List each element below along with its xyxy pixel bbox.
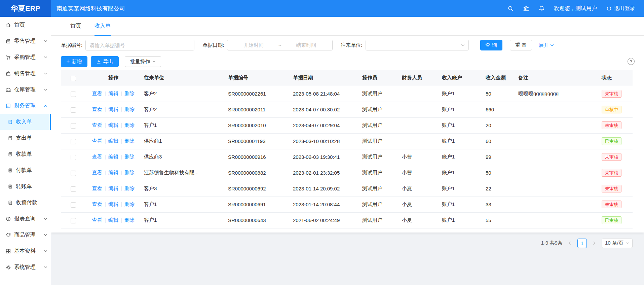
search-button[interactable]: 查 询 — [480, 40, 502, 50]
expand-link[interactable]: 展开 — [539, 42, 554, 48]
main-content: 首页收入单 单据编号: 单据日期: 开始时间 ~ 结束时间 往来单位: 查 询 — [51, 17, 644, 285]
sidebar-item-report[interactable]: 报表查询 — [0, 211, 51, 227]
edit-link[interactable]: 编辑 — [108, 170, 118, 175]
sidebar: 首页零售管理采购管理销售管理仓库管理财务管理收入单支出单收款单付款单转账单收预付… — [0, 17, 51, 285]
sidebar-item-basic[interactable]: 基本资料 — [0, 243, 51, 259]
search-icon[interactable] — [507, 5, 514, 12]
view-link[interactable]: 查看 — [92, 91, 102, 96]
finance-cell: 小夏 — [399, 181, 439, 197]
row-checkbox[interactable] — [71, 92, 76, 97]
edit-link[interactable]: 编辑 — [108, 185, 118, 191]
link-separator: | — [105, 122, 106, 128]
chevron-left-icon — [568, 241, 572, 245]
tab-income[interactable]: 收入单 — [94, 17, 111, 35]
tab-home[interactable]: 首页 — [70, 17, 81, 35]
date-cell: 2023-03-10 00:10:28 — [290, 133, 359, 149]
sidebar-item-warehouse[interactable]: 仓库管理 — [0, 81, 51, 98]
operator-cell: 测试用户 — [359, 149, 399, 165]
help-icon[interactable]: ? — [628, 58, 635, 65]
content-card: 单据编号: 单据日期: 开始时间 ~ 结束时间 往来单位: 查 询 重 置 展 — [51, 36, 644, 233]
sidebar-item-purchase[interactable]: 采购管理 — [0, 49, 51, 65]
delete-link[interactable]: 删除 — [124, 106, 135, 112]
next-page-button[interactable] — [590, 239, 599, 248]
page-1-button[interactable]: 1 — [577, 239, 587, 248]
row-checkbox[interactable] — [71, 218, 76, 223]
sidebar-item-goods[interactable]: 商品管理 — [0, 227, 51, 243]
sidebar-item-payment[interactable]: 付款单 — [0, 162, 51, 178]
edit-link[interactable]: 编辑 — [108, 154, 118, 159]
view-link[interactable]: 查看 — [92, 154, 102, 159]
delete-link[interactable]: 删除 — [124, 201, 135, 207]
finance-icon — [5, 103, 11, 109]
delete-link[interactable]: 删除 — [124, 170, 135, 175]
view-link[interactable]: 查看 — [92, 170, 102, 175]
sidebar-item-advance[interactable]: 收预付款 — [0, 194, 51, 211]
date-end-placeholder: 结束时间 — [283, 42, 329, 48]
status-badge: 审核中 — [602, 106, 621, 114]
delete-link[interactable]: 删除 — [124, 91, 135, 96]
sidebar-item-retail[interactable]: 零售管理 — [0, 33, 51, 49]
sidebar-item-home[interactable]: 首页 — [0, 17, 51, 33]
app-logo[interactable]: 华夏ERP — [0, 0, 51, 17]
reset-button[interactable]: 重 置 — [510, 40, 532, 50]
sidebar-item-expense[interactable]: 支出单 — [0, 130, 51, 146]
chevron-right-icon — [592, 241, 596, 245]
chevron-down-icon — [44, 39, 47, 43]
batch-operations-button[interactable]: 批量操作 — [125, 56, 161, 67]
status-cell: 未审核 — [599, 149, 633, 165]
row-checkbox[interactable] — [71, 186, 76, 192]
edit-link[interactable]: 编辑 — [108, 138, 118, 144]
add-button[interactable]: + 新增 — [61, 56, 87, 67]
edit-link[interactable]: 编辑 — [108, 122, 118, 128]
sidebar-item-transfer[interactable]: 转账单 — [0, 178, 51, 194]
bill-number-input[interactable] — [85, 40, 194, 50]
delete-link[interactable]: 删除 — [124, 217, 135, 223]
status-badge: 已审核 — [602, 216, 621, 224]
partner-select[interactable] — [366, 40, 469, 50]
row-checkbox[interactable] — [71, 155, 76, 160]
view-link[interactable]: 查看 — [92, 217, 102, 223]
sidebar-item-system[interactable]: 系统管理 — [0, 259, 51, 275]
row-checkbox[interactable] — [71, 123, 76, 129]
sidebar-item-finance[interactable]: 财务管理 — [0, 98, 51, 114]
partner-label: 往来单位: — [341, 42, 362, 48]
delete-link[interactable]: 删除 — [124, 122, 135, 128]
notification-bell-icon[interactable] — [538, 5, 545, 12]
chevron-down-icon — [44, 265, 47, 269]
sidebar-item-income[interactable]: 收入单 — [0, 114, 51, 130]
income-records-table: 操作往来单位单据编号单据日期操作员财务人员收入账户收入金额备注状态查看|编辑|删… — [61, 70, 633, 228]
delete-link[interactable]: 删除 — [124, 185, 135, 191]
account-cell: 账户1 — [439, 133, 483, 149]
chevron-down-icon — [44, 233, 47, 237]
row-checkbox[interactable] — [71, 139, 76, 144]
view-link[interactable]: 查看 — [92, 201, 102, 207]
view-link[interactable]: 查看 — [92, 106, 102, 112]
edit-link[interactable]: 编辑 — [108, 217, 118, 223]
bank-icon[interactable] — [523, 5, 529, 12]
row-checkbox[interactable] — [71, 171, 76, 176]
table-row: 查看|编辑|删除客户2SR000000020112023-04-07 00:30… — [61, 102, 633, 117]
table-row: 查看|编辑|删除客户3SR000000006922023-01-14 20:09… — [61, 181, 633, 197]
delete-link[interactable]: 删除 — [124, 154, 135, 159]
page-size-select[interactable]: 10 条/页 — [602, 239, 633, 248]
row-checkbox[interactable] — [71, 107, 76, 113]
select-all-checkbox[interactable] — [71, 76, 76, 81]
logout-button[interactable]: 退出登录 — [606, 5, 635, 12]
view-link[interactable]: 查看 — [92, 138, 102, 144]
view-link[interactable]: 查看 — [92, 122, 102, 128]
edit-link[interactable]: 编辑 — [108, 91, 118, 96]
view-link[interactable]: 查看 — [92, 185, 102, 191]
partner-cell: 客户1 — [141, 197, 225, 212]
remark-cell — [516, 117, 599, 133]
export-button[interactable]: 导出 — [91, 56, 119, 67]
edit-link[interactable]: 编辑 — [108, 201, 118, 207]
date-range-picker[interactable]: 开始时间 ~ 结束时间 — [227, 40, 333, 50]
delete-link[interactable]: 删除 — [124, 138, 135, 144]
sidebar-item-receipt[interactable]: 收款单 — [0, 146, 51, 162]
finance-cell — [399, 86, 439, 102]
prev-page-button[interactable] — [566, 239, 574, 248]
operator-cell: 测试用户 — [359, 212, 399, 228]
row-checkbox[interactable] — [71, 202, 76, 208]
edit-link[interactable]: 编辑 — [108, 106, 118, 112]
sidebar-item-sales[interactable]: 销售管理 — [0, 65, 51, 81]
